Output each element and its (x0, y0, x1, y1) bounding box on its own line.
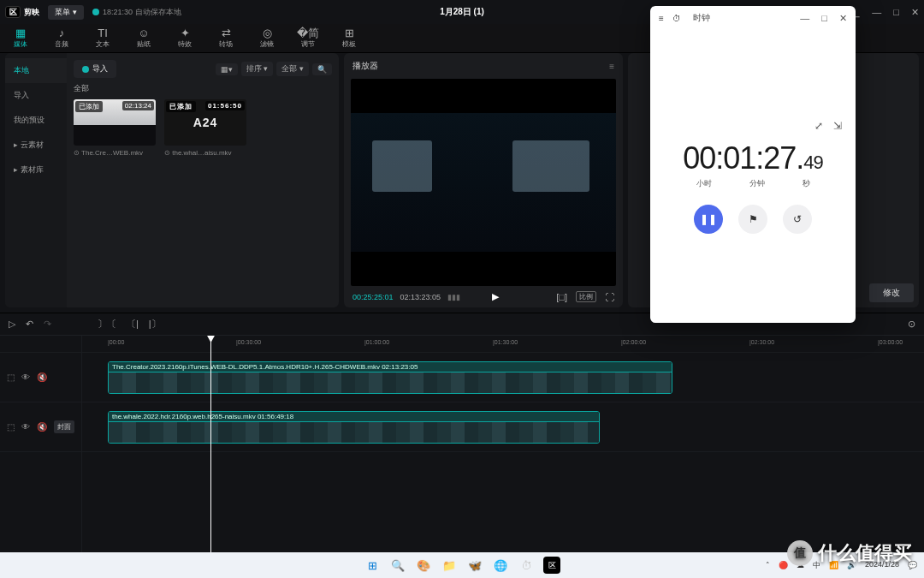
watermark: 值什么值得买 (787, 540, 912, 566)
media-side-我的预设[interactable]: 我的预设 (5, 108, 67, 133)
media-side-导入[interactable]: 导入 (5, 83, 67, 108)
minutes-label: 分钟 (749, 178, 765, 189)
lock-icon[interactable]: ⬚ (7, 372, 15, 382)
tool-icon: ☺ (138, 27, 149, 39)
timecode-current: 00:25:25:01 (352, 293, 394, 301)
media-side-素材库[interactable]: ▸ 素材库 (5, 158, 67, 182)
ruler-tick: |01:30:00 (493, 339, 518, 345)
track-header-1[interactable]: ⬚ 👁 🔇 (0, 353, 81, 402)
taskbar-search-icon[interactable]: 🔍 (389, 557, 406, 574)
tool-label: 模板 (342, 39, 356, 49)
player-title: 播放器 (352, 60, 378, 72)
modify-button[interactable]: 修改 (869, 283, 914, 302)
meter-icon: ▮▮▮ (447, 293, 460, 301)
tool-模板[interactable]: ⊞模板 (329, 24, 370, 52)
hide-icon[interactable]: 👁 (21, 372, 30, 382)
ruler-tick: |01:00:00 (364, 339, 389, 345)
tool-icon: ⇄ (222, 27, 231, 39)
video-viewport[interactable] (351, 79, 616, 286)
timeline-settings-icon[interactable]: ⊙ (908, 319, 915, 330)
tool-音频[interactable]: ♪音频 (41, 24, 82, 52)
tool-调节[interactable]: �简调节 (287, 24, 329, 52)
tool-特效[interactable]: ✦特效 (164, 24, 205, 52)
timeline-track[interactable]: The.Creator.2023.2160p.iTunes.WEB-DL.DDP… (82, 353, 924, 402)
tool-label: 特效 (178, 39, 192, 49)
tool-媒体[interactable]: ▦媒体 (0, 24, 41, 52)
player-menu-icon[interactable]: ≡ (609, 62, 614, 71)
lock-icon[interactable]: ⬚ (7, 422, 15, 432)
tool-icon: ▦ (15, 27, 26, 39)
taskbar-copilot-icon[interactable]: 🎨 (415, 557, 432, 574)
split-icon[interactable]: 〕〔 (98, 318, 116, 331)
maximize-icon[interactable]: □ (893, 7, 899, 17)
search-icon[interactable]: 🔍 (312, 63, 332, 75)
hamburger-icon[interactable]: ≡ (659, 14, 664, 23)
minimize-icon[interactable]: — (872, 7, 881, 17)
pin-icon[interactable]: ⇲ (833, 120, 842, 132)
taskbar-edge-icon[interactable]: 🌐 (492, 557, 509, 574)
pointer-tool-icon[interactable]: ▷ (9, 319, 15, 330)
taskbar-explorer-icon[interactable]: 📁 (441, 557, 458, 574)
timeline-clip[interactable]: The.Creator.2023.2160p.iTunes.WEB-DL.DDP… (108, 361, 672, 394)
ruler-tick: |02:00:00 (621, 339, 646, 345)
track-header-2[interactable]: ⬚ 👁 🔇 封面 (0, 402, 81, 452)
trim-right-icon[interactable]: |〕 (149, 318, 161, 331)
expand-icon[interactable]: ⤢ (814, 120, 823, 132)
mute-icon[interactable]: 🔇 (37, 372, 47, 382)
tool-转场[interactable]: ⇄转场 (205, 24, 246, 52)
reset-button[interactable]: ↺ (783, 205, 812, 234)
crop-icon[interactable]: [□] (556, 292, 567, 302)
tool-贴纸[interactable]: ☺贴纸 (123, 24, 164, 52)
ruler-tick: |03:00:00 (878, 339, 903, 345)
sort-dropdown[interactable]: 排序 ▾ (241, 62, 274, 76)
menu-button[interactable]: 菜单▾ (48, 5, 84, 20)
tool-icon: ◎ (263, 27, 272, 39)
media-side-本地[interactable]: 本地 (5, 58, 67, 83)
cover-badge[interactable]: 封面 (54, 420, 74, 433)
tray-chevron-icon[interactable]: ˄ (766, 561, 770, 569)
tool-label: 转场 (219, 39, 233, 49)
taskbar-app1-icon[interactable]: 🦋 (466, 557, 483, 574)
filter-all-dropdown[interactable]: 全部 ▾ (276, 62, 309, 76)
fullscreen-icon[interactable]: ⛶ (605, 292, 614, 302)
media-side-云素材[interactable]: ▸ 云素材 (5, 133, 67, 158)
clock-close-icon[interactable]: ✕ (839, 13, 847, 24)
import-button[interactable]: 导入 (74, 60, 116, 78)
autosave-status: 18:21:30 自动保存本地 (92, 7, 181, 18)
taskbar-jianying-icon[interactable]: 区 (543, 557, 560, 574)
trim-left-icon[interactable]: 〔| (127, 318, 139, 331)
pause-button[interactable]: ❚❚ (694, 205, 723, 234)
close-icon[interactable]: ✕ (911, 7, 919, 18)
media-section-label: 全部 (74, 83, 332, 94)
project-title: 1月28日 (1) (440, 6, 484, 18)
tool-label: 滤镜 (260, 39, 274, 49)
hide-icon[interactable]: 👁 (21, 422, 30, 432)
media-clip[interactable]: 已添加02:13:24⊙ The.Cre…WEB.mkv (74, 99, 156, 157)
media-clip[interactable]: A24已添加01:56:50⊙ the.whal…aisu.mkv (164, 99, 246, 157)
mute-icon[interactable]: 🔇 (37, 422, 47, 432)
clock-minimize-icon[interactable]: — (800, 13, 809, 24)
clock-window[interactable]: ≡ ⏱ 时钟 — □ ✕ ⤢ ⇲ 00:01:27.49 小时 分钟 秒 ❚❚ … (650, 6, 856, 323)
playhead[interactable] (210, 336, 211, 552)
undo-icon[interactable]: ↶ (26, 319, 33, 330)
clock-maximize-icon[interactable]: □ (821, 13, 827, 24)
ruler-tick: |00:30:00 (236, 339, 261, 345)
timeline-clip[interactable]: the.whale.2022.hdr.2160p.web.h265-naisu.… (108, 411, 600, 444)
ratio-button[interactable]: 比例 (576, 291, 596, 302)
tool-icon: TI (98, 27, 108, 39)
tool-滤镜[interactable]: ◎滤镜 (246, 24, 287, 52)
flag-button[interactable]: ⚑ (738, 205, 767, 234)
play-button[interactable]: ▶ (492, 291, 499, 302)
windows-taskbar[interactable]: ⊞ 🔍 🎨 📁 🦋 🌐 ⏱ 区 ˄ 🔴 ☁ 中 📶 🔊 2024/1/28 💬 (0, 552, 924, 578)
redo-icon[interactable]: ↷ (44, 319, 51, 330)
timeline-track[interactable]: the.whale.2022.hdr.2160p.web.h265-naisu.… (82, 402, 924, 452)
tool-icon: ⊞ (345, 27, 354, 39)
ruler-tick: |00:00 (108, 339, 124, 345)
start-icon[interactable]: ⊞ (364, 557, 381, 574)
stopwatch-icon: ⏱ (672, 14, 681, 23)
tool-文本[interactable]: TI文本 (82, 24, 123, 52)
view-grid-icon[interactable]: ▦▾ (216, 63, 238, 75)
ruler-tick: |02:30:00 (749, 339, 774, 345)
tool-label: 调节 (301, 39, 315, 49)
taskbar-clock-icon[interactable]: ⏱ (518, 557, 535, 574)
